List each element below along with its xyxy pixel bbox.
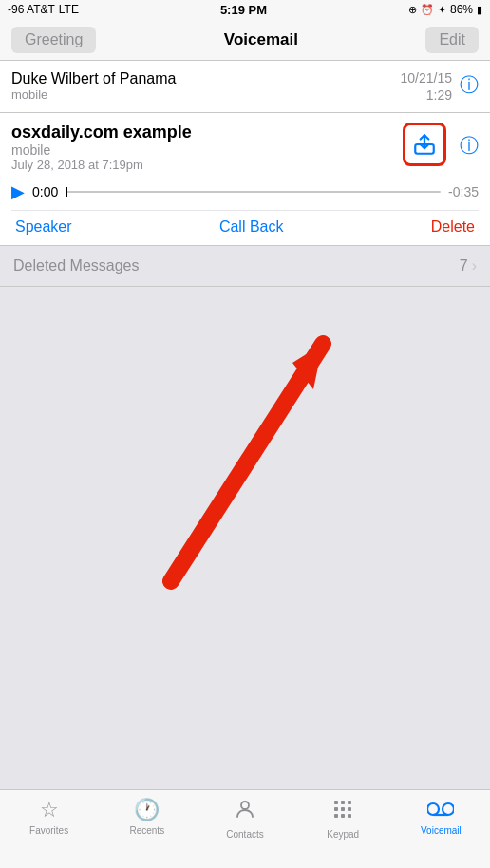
- tab-keypad[interactable]: Keypad: [294, 798, 392, 840]
- tab-recents[interactable]: 🕐 Recents: [98, 798, 196, 836]
- page-title: Voicemail: [224, 30, 298, 49]
- svg-rect-5: [341, 801, 345, 804]
- vm2-label: mobile: [11, 142, 403, 158]
- svg-rect-7: [334, 807, 338, 811]
- callback-button[interactable]: Call Back: [219, 218, 284, 236]
- tab-contacts-label: Contacts: [226, 829, 263, 840]
- svg-point-14: [443, 803, 454, 815]
- play-button[interactable]: ▶: [11, 181, 25, 202]
- tab-voicemail[interactable]: Voicemail: [392, 798, 490, 836]
- greeting-button[interactable]: Greeting: [11, 27, 96, 53]
- voicemail-list: Duke Wilbert of Panama mobile 10/21/15 1…: [0, 61, 490, 246]
- grid-icon: [331, 798, 354, 826]
- voicemail-row-2: osxdaily.com example mobile July 28, 201…: [0, 113, 490, 246]
- deleted-right: 7 ›: [460, 257, 477, 274]
- svg-rect-12: [348, 814, 351, 818]
- deleted-messages-label: Deleted Messages: [13, 257, 140, 274]
- deleted-messages-row[interactable]: Deleted Messages 7 ›: [0, 246, 490, 287]
- empty-area: [0, 287, 490, 610]
- svg-rect-11: [341, 814, 345, 818]
- status-left: -96 AT&T LTE: [8, 3, 79, 16]
- speaker-button[interactable]: Speaker: [15, 218, 72, 236]
- vm2-date: July 28, 2018 at 7:19pm: [11, 158, 403, 172]
- svg-rect-10: [334, 814, 338, 818]
- tab-bar: ☆ Favorites 🕐 Recents Contacts: [0, 789, 490, 868]
- vm2-info-icon[interactable]: ⓘ: [460, 133, 479, 159]
- time-remaining: -0:35: [448, 184, 479, 199]
- svg-line-1: [171, 344, 323, 581]
- voicemail-row-1-left: Duke Wilbert of Panama mobile: [11, 70, 401, 102]
- svg-rect-9: [348, 807, 351, 811]
- clock-icon: 🕐: [134, 798, 160, 822]
- svg-marker-2: [292, 344, 323, 389]
- tab-contacts[interactable]: Contacts: [196, 798, 293, 840]
- svg-point-13: [427, 803, 439, 815]
- nav-bar: Greeting Voicemail Edit: [0, 19, 490, 61]
- star-icon: ☆: [40, 798, 59, 822]
- vm1-date: 10/21/15: [401, 70, 453, 85]
- voicemail-row-1-right: 10/21/15 1:29: [401, 70, 453, 103]
- svg-point-3: [241, 802, 249, 809]
- status-bar: -96 AT&T LTE 5:19 PM ⊕ ⏰ ✦ 86% ▮: [0, 0, 490, 19]
- tab-favorites[interactable]: ☆ Favorites: [0, 798, 98, 836]
- deleted-count: 7: [460, 257, 468, 274]
- share-button[interactable]: [407, 127, 442, 161]
- vm1-name: Duke Wilbert of Panama: [11, 70, 401, 87]
- voicemail-row-1[interactable]: Duke Wilbert of Panama mobile 10/21/15 1…: [0, 61, 490, 113]
- audio-controls: ▶ 0:00 -0:35: [11, 172, 479, 210]
- delete-button[interactable]: Delete: [431, 218, 475, 236]
- share-icon: [412, 132, 437, 157]
- arrow-annotation: [57, 287, 361, 610]
- tab-recents-label: Recents: [129, 825, 164, 836]
- alarm-icon: ⏰: [421, 4, 434, 16]
- tab-keypad-label: Keypad: [327, 829, 359, 840]
- status-right: ⊕ ⏰ ✦ 86% ▮: [408, 3, 482, 16]
- chevron-right-icon: ›: [472, 257, 477, 274]
- tab-voicemail-label: Voicemail: [421, 825, 462, 836]
- vm2-info: osxdaily.com example mobile July 28, 201…: [11, 123, 403, 172]
- vm1-label: mobile: [11, 87, 401, 102]
- audio-scrubber[interactable]: [66, 191, 441, 193]
- bluetooth-icon: ✦: [438, 4, 446, 16]
- scrubber-handle: [66, 187, 67, 197]
- voicemail-icon: [427, 798, 454, 822]
- vm2-actions: ⓘ: [403, 123, 479, 166]
- vm1-info-icon[interactable]: ⓘ: [460, 72, 479, 98]
- svg-rect-6: [348, 801, 351, 804]
- battery-label: 86%: [450, 3, 473, 16]
- share-button-wrapper: [403, 123, 446, 166]
- vm2-name: osxdaily.com example: [11, 123, 403, 142]
- person-icon: [234, 798, 256, 826]
- carrier-label: -96 AT&T: [8, 3, 55, 16]
- time-label: 5:19 PM: [220, 3, 267, 17]
- battery-icon: ▮: [477, 4, 482, 16]
- svg-rect-8: [341, 807, 345, 811]
- svg-rect-4: [334, 801, 338, 804]
- action-links: Speaker Call Back Delete: [11, 210, 479, 245]
- location-icon: ⊕: [408, 4, 417, 16]
- vm1-duration: 1:29: [426, 87, 452, 103]
- vm2-top: osxdaily.com example mobile July 28, 201…: [11, 123, 479, 172]
- time-current: 0:00: [32, 184, 58, 199]
- tab-favorites-label: Favorites: [29, 825, 68, 836]
- edit-button[interactable]: Edit: [425, 27, 479, 53]
- network-label: LTE: [59, 3, 79, 16]
